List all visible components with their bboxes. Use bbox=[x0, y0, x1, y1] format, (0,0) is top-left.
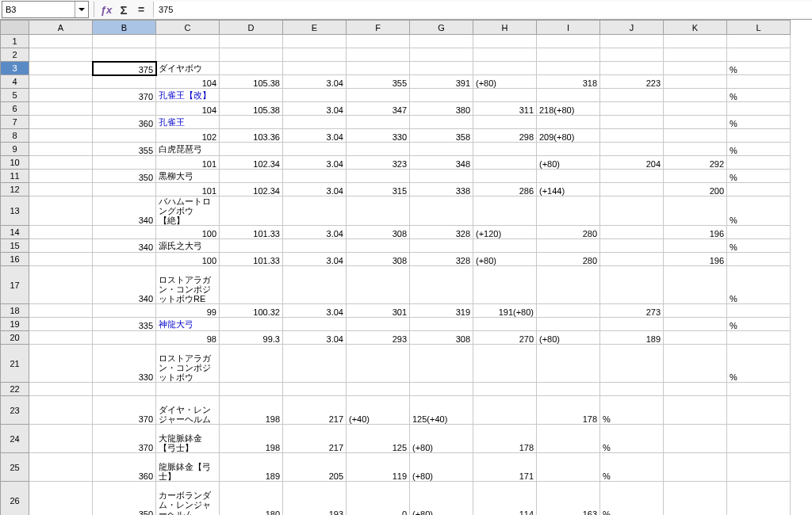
cell-G7[interactable] bbox=[410, 116, 473, 129]
cell-I25[interactable] bbox=[537, 453, 600, 482]
cell-H6[interactable]: 311 bbox=[473, 102, 537, 116]
cell-D20[interactable]: 99.3 bbox=[220, 331, 283, 345]
cell-C10[interactable]: 101 bbox=[156, 156, 220, 170]
row-header-6[interactable]: 6 bbox=[1, 102, 29, 116]
cell-H21[interactable] bbox=[473, 345, 537, 383]
cell-H22[interactable] bbox=[473, 383, 537, 396]
cell-F10[interactable]: 323 bbox=[347, 156, 410, 170]
cell-F6[interactable]: 347 bbox=[347, 102, 410, 116]
cell-C21[interactable]: ロストアラガン・コンポジットボウ bbox=[156, 345, 220, 383]
cell-J12[interactable] bbox=[600, 183, 664, 196]
cell-C4[interactable]: 104 bbox=[156, 75, 220, 89]
row-header-5[interactable]: 5 bbox=[1, 89, 29, 102]
cell-D18[interactable]: 100.32 bbox=[220, 304, 283, 318]
cell-D16[interactable]: 101.33 bbox=[220, 253, 283, 266]
cell-F4[interactable]: 355 bbox=[347, 75, 410, 89]
cell-H18[interactable]: 191(+80) bbox=[473, 304, 537, 318]
cell-A18[interactable] bbox=[29, 304, 93, 318]
cell-A16[interactable] bbox=[29, 253, 93, 266]
cell-K25[interactable] bbox=[664, 453, 727, 482]
cell-L14[interactable] bbox=[727, 226, 791, 239]
cell-F3[interactable] bbox=[347, 62, 410, 75]
cell-J22[interactable] bbox=[600, 383, 664, 396]
cell-F17[interactable] bbox=[347, 266, 410, 304]
cell-D25[interactable]: 189 bbox=[220, 453, 283, 482]
cell-G21[interactable] bbox=[410, 345, 473, 383]
cell-H3[interactable] bbox=[473, 62, 537, 75]
cell-L23[interactable] bbox=[727, 396, 791, 425]
row-header-25[interactable]: 25 bbox=[1, 453, 29, 482]
cell-E1[interactable] bbox=[283, 35, 347, 48]
cell-I26[interactable]: 163 bbox=[537, 482, 600, 516]
cell-F2[interactable] bbox=[347, 48, 410, 62]
cell-C26[interactable]: カーボランダム・レンジャーヘルム bbox=[156, 482, 220, 516]
row-header-1[interactable]: 1 bbox=[1, 35, 29, 48]
cell-J7[interactable] bbox=[600, 116, 664, 129]
cell-K21[interactable] bbox=[664, 345, 727, 383]
cell-L7[interactable]: % bbox=[727, 116, 791, 129]
cell-F21[interactable] bbox=[347, 345, 410, 383]
cell-I7[interactable] bbox=[537, 116, 600, 129]
cell-H17[interactable] bbox=[473, 266, 537, 304]
cell-L3[interactable]: % bbox=[727, 62, 791, 75]
cell-L10[interactable] bbox=[727, 156, 791, 170]
cell-D13[interactable] bbox=[220, 196, 283, 226]
cell-D6[interactable]: 105.38 bbox=[220, 102, 283, 116]
cell-G22[interactable] bbox=[410, 383, 473, 396]
cell-C7[interactable]: 孔雀王 bbox=[156, 116, 220, 129]
cell-F23[interactable]: (+40) bbox=[347, 396, 410, 425]
cell-K26[interactable] bbox=[664, 482, 727, 516]
cell-I14[interactable]: 280 bbox=[537, 226, 600, 239]
cell-C20[interactable]: 98 bbox=[156, 331, 220, 345]
cell-J14[interactable] bbox=[600, 226, 664, 239]
cell-H25[interactable]: 171 bbox=[473, 453, 537, 482]
cell-K8[interactable] bbox=[664, 129, 727, 143]
equals-button[interactable]: = bbox=[132, 2, 150, 17]
cell-J26[interactable]: % bbox=[600, 482, 664, 516]
cell-D12[interactable]: 102.34 bbox=[220, 183, 283, 196]
name-box[interactable]: B3 bbox=[2, 1, 89, 18]
cell-J15[interactable] bbox=[600, 239, 664, 253]
cell-I11[interactable] bbox=[537, 170, 600, 183]
cell-H14[interactable]: (+120) bbox=[473, 226, 537, 239]
cell-H26[interactable]: 114 bbox=[473, 482, 537, 516]
cell-K5[interactable] bbox=[664, 89, 727, 102]
cell-I5[interactable] bbox=[537, 89, 600, 102]
col-header-H[interactable]: H bbox=[473, 21, 537, 35]
cell-K20[interactable] bbox=[664, 331, 727, 345]
cell-K12[interactable]: 200 bbox=[664, 183, 727, 196]
cell-J19[interactable] bbox=[600, 318, 664, 331]
cell-B23[interactable]: 370 bbox=[93, 396, 156, 425]
cell-D5[interactable] bbox=[220, 89, 283, 102]
cell-C19[interactable]: 神龍大弓 bbox=[156, 318, 220, 331]
cell-I9[interactable] bbox=[537, 143, 600, 156]
cell-L8[interactable] bbox=[727, 129, 791, 143]
cell-H2[interactable] bbox=[473, 48, 537, 62]
cell-A11[interactable] bbox=[29, 170, 93, 183]
cell-G6[interactable]: 380 bbox=[410, 102, 473, 116]
cell-B7[interactable]: 360 bbox=[93, 116, 156, 129]
cell-C6[interactable]: 104 bbox=[156, 102, 220, 116]
cell-K1[interactable] bbox=[664, 35, 727, 48]
cell-D4[interactable]: 105.38 bbox=[220, 75, 283, 89]
cell-L22[interactable] bbox=[727, 383, 791, 396]
cell-K18[interactable] bbox=[664, 304, 727, 318]
cell-J25[interactable]: % bbox=[600, 453, 664, 482]
cell-A26[interactable] bbox=[29, 482, 93, 516]
row-header-24[interactable]: 24 bbox=[1, 425, 29, 453]
cell-D15[interactable] bbox=[220, 239, 283, 253]
cell-L21[interactable]: % bbox=[727, 345, 791, 383]
cell-D22[interactable] bbox=[220, 383, 283, 396]
cell-K3[interactable] bbox=[664, 62, 727, 75]
row-header-14[interactable]: 14 bbox=[1, 226, 29, 239]
cell-G3[interactable] bbox=[410, 62, 473, 75]
cell-H16[interactable]: (+80) bbox=[473, 253, 537, 266]
cell-L26[interactable] bbox=[727, 482, 791, 516]
cell-E23[interactable]: 217 bbox=[283, 396, 347, 425]
cell-G25[interactable]: (+80) bbox=[410, 453, 473, 482]
cell-D2[interactable] bbox=[220, 48, 283, 62]
cell-H8[interactable]: 298 bbox=[473, 129, 537, 143]
cell-L24[interactable] bbox=[727, 425, 791, 453]
cell-F24[interactable]: 125 bbox=[347, 425, 410, 453]
cell-J1[interactable] bbox=[600, 35, 664, 48]
